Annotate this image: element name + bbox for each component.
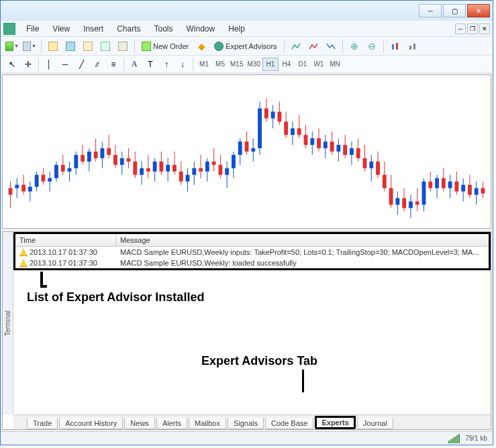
text-label-button[interactable]: A (127, 57, 142, 72)
timeframe-m30-button[interactable]: M30 (245, 58, 262, 71)
log-time: 2013.10.17 01:37:30 (30, 259, 97, 267)
cursor-button[interactable]: ↖ (5, 57, 19, 72)
svg-rect-67 (212, 162, 216, 165)
svg-rect-81 (258, 109, 262, 148)
new-chart-button[interactable]: ▼ (5, 39, 19, 54)
menu-file[interactable]: File (19, 23, 46, 35)
svg-rect-123 (395, 198, 399, 205)
maximize-button[interactable]: ▢ (443, 4, 466, 17)
svg-rect-29 (87, 152, 91, 162)
svg-rect-137 (442, 178, 446, 188)
chart-area[interactable] (2, 74, 491, 229)
svg-rect-39 (120, 158, 124, 165)
svg-rect-95 (304, 135, 308, 145)
tab-code-base[interactable]: Code Base (265, 418, 313, 429)
menu-view[interactable]: View (46, 23, 77, 35)
zoom-in-button[interactable]: ⊕ (347, 39, 362, 54)
tab-signals[interactable]: Signals (228, 418, 264, 429)
experts-log-section: Time Message 2013.10.17 01:37:30MACD Sam… (13, 232, 491, 270)
mdi-minimize-button[interactable]: ─ (455, 23, 466, 34)
new-order-button[interactable]: New Order (139, 42, 191, 51)
svg-rect-79 (251, 148, 255, 152)
crosshair-button[interactable]: ✛ (21, 57, 36, 72)
tab-experts[interactable]: Experts (315, 416, 355, 429)
metaquotes-button[interactable]: ◆ (194, 39, 209, 54)
text-button[interactable]: T (143, 57, 158, 72)
svg-rect-63 (199, 168, 203, 172)
arrow-up-icon-button[interactable]: ↑ (159, 57, 174, 72)
trendline-button[interactable]: ╱ (74, 57, 89, 72)
timeframe-mn-button[interactable]: MN (327, 58, 343, 71)
chart-type-button[interactable] (388, 39, 403, 54)
menu-tools[interactable]: Tools (148, 23, 180, 35)
connection-bars-icon (448, 434, 460, 443)
fibonacci-button[interactable]: ≡ (106, 57, 121, 72)
menu-window[interactable]: Window (180, 23, 222, 35)
log-row[interactable]: 2013.10.17 01:37:30MACD Sample EURUSD,We… (15, 258, 489, 268)
mdi-restore-button[interactable]: ❐ (467, 23, 478, 34)
svg-rect-75 (238, 142, 242, 155)
timeframe-h4-button[interactable]: H4 (279, 58, 295, 71)
svg-rect-147 (475, 188, 479, 195)
log-header-time[interactable]: Time (15, 234, 116, 246)
titlebar: ─ ▢ ✕ (1, 1, 493, 21)
vertical-line-button[interactable]: │ (42, 57, 56, 72)
timeframe-h1-button[interactable]: H1 (262, 58, 279, 71)
svg-rect-31 (94, 152, 98, 158)
svg-rect-97 (310, 138, 314, 145)
svg-rect-21 (61, 165, 65, 172)
svg-rect-149 (481, 188, 485, 194)
navigator-button[interactable] (81, 39, 95, 54)
tab-journal[interactable]: Journal (357, 418, 393, 429)
timeframe-d1-button[interactable]: D1 (295, 58, 311, 71)
svg-rect-3 (413, 44, 415, 50)
terminal-body: List of Expert Advisor Installed Expert … (13, 270, 491, 414)
svg-rect-83 (264, 109, 268, 119)
arrow-down-icon-button[interactable]: ↓ (175, 57, 190, 72)
svg-rect-17 (48, 178, 52, 182)
tab-alerts[interactable]: Alerts (156, 418, 187, 429)
tester-button[interactable] (115, 39, 130, 54)
tab-mailbox[interactable]: Mailbox (189, 418, 226, 429)
data-window-button[interactable] (63, 39, 78, 54)
profiles-button[interactable]: ▼ (22, 39, 37, 54)
svg-rect-47 (146, 168, 150, 172)
menu-insert[interactable]: Insert (77, 23, 110, 35)
terminal-button[interactable] (98, 39, 113, 54)
zoom-out-button[interactable]: ⊖ (364, 39, 379, 54)
svg-rect-59 (186, 175, 190, 182)
chart-type2-button[interactable] (405, 39, 420, 54)
log-row[interactable]: 2013.10.17 01:37:30MACD Sample EURUSD,We… (15, 247, 489, 258)
svg-rect-101 (324, 142, 328, 148)
svg-rect-15 (41, 175, 45, 182)
annotation-list-label: List of Expert Advisor Installed (27, 290, 204, 304)
minimize-button[interactable]: ─ (419, 4, 442, 17)
channel-button[interactable]: ⫽ (90, 57, 105, 72)
svg-rect-111 (356, 148, 360, 158)
tab-trade[interactable]: Trade (27, 418, 58, 429)
log-message: MACD Sample EURUSD,Weekly inputs: TakePr… (116, 247, 489, 258)
annotation-tab-label: Expert Advisors Tab (201, 354, 317, 368)
timeframe-m5-button[interactable]: M5 (212, 58, 228, 71)
mdi-close-button[interactable]: ✕ (479, 23, 490, 34)
log-message: MACD Sample EURUSD,Weekly: loaded succes… (116, 258, 489, 268)
expert-advisors-button[interactable]: Expert Advisors (211, 42, 279, 51)
indicator2-button[interactable] (306, 39, 321, 54)
tab-account-history[interactable]: Account History (59, 418, 123, 429)
market-watch-button[interactable] (46, 39, 60, 54)
terminal-side-label: Terminal (3, 232, 13, 414)
tab-news[interactable]: News (124, 418, 155, 429)
timeframe-w1-button[interactable]: W1 (311, 58, 327, 71)
menu-charts[interactable]: Charts (110, 23, 147, 35)
svg-rect-43 (133, 162, 137, 175)
close-button[interactable]: ✕ (467, 4, 490, 17)
timeframe-m1-button[interactable]: M1 (196, 58, 212, 71)
timeframe-m15-button[interactable]: M15 (228, 58, 245, 71)
svg-rect-41 (127, 158, 131, 162)
menu-help[interactable]: Help (221, 23, 252, 35)
horizontal-line-button[interactable]: ─ (58, 57, 72, 72)
log-header-message[interactable]: Message (116, 234, 489, 246)
indicator3-button[interactable] (324, 39, 338, 54)
indicator1-button[interactable] (289, 39, 303, 54)
svg-rect-115 (369, 162, 373, 168)
